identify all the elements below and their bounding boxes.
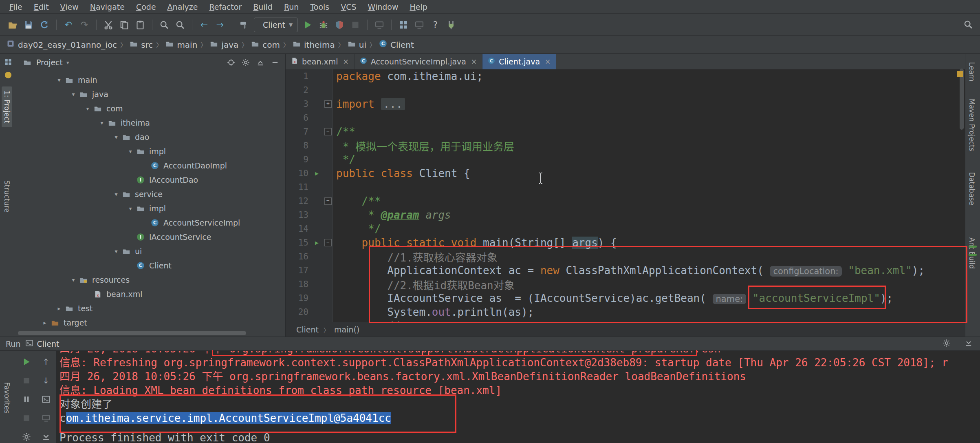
menu-tools[interactable]: Tools [305,2,335,12]
editor-breadcrumb-item[interactable]: main() [334,325,359,334]
run-tab-client[interactable]: Client [25,339,59,349]
console-line[interactable]: 对象创建了 [59,397,980,411]
chevron-down-icon[interactable]: ▾ [66,60,69,66]
tree-item-ui[interactable]: ▾ui [17,244,285,258]
menu-view[interactable]: View [55,2,84,12]
menu-refactor[interactable]: Refactor [204,2,247,12]
help-icon[interactable]: ? [429,19,441,31]
undo-icon[interactable]: ↶ [62,19,75,31]
menu-file[interactable]: File [4,2,28,12]
coverage-icon[interactable] [333,19,346,31]
breadcrumb-item-src[interactable]: src [130,40,153,50]
settings-icon[interactable] [20,431,33,443]
attach-icon[interactable] [413,19,425,31]
breadcrumb-item-day02_easy_01anno_ioc[interactable]: day02_easy_01anno_ioc [7,40,117,50]
stripe-project[interactable]: 1: Project [2,86,12,127]
breadcrumb-item-itheima[interactable]: itheima [293,40,335,50]
chevron-down-icon[interactable]: ▾ [125,205,136,212]
gear-icon[interactable] [943,339,951,349]
close-icon[interactable]: × [545,58,551,66]
menu-code[interactable]: Code [131,2,161,12]
chevron-down-icon[interactable]: ▾ [68,91,79,97]
fold-icon[interactable]: − [324,239,332,246]
synchronize-icon[interactable] [38,19,51,31]
debug-icon[interactable] [317,19,330,31]
chevron-down-icon[interactable]: ▾ [97,120,107,126]
chevron-down-icon[interactable]: ▾ [68,277,79,283]
code-area[interactable]: 1package com.itheima.ui;23+import ...67−… [286,69,965,322]
exit-icon[interactable] [20,412,33,424]
tab-bean.xml[interactable]: xbean.xml× [286,54,355,69]
tree-item-impl[interactable]: ▾impl [17,144,285,158]
chevron-down-icon[interactable]: ▾ [82,105,93,112]
cut-icon[interactable] [102,19,115,31]
replace-icon[interactable] [174,19,186,31]
run-gutter-icon[interactable]: ▶ [310,170,324,177]
tree-item-bean.xml[interactable]: xbean.xml [17,287,285,301]
fold-icon[interactable]: + [324,100,332,108]
console-line[interactable]: 信息: Refreshing org.springframework.conte… [59,356,980,370]
stripe-learn[interactable]: Learn [967,58,977,86]
menu-run[interactable]: Run [279,2,304,12]
tree-item-com[interactable]: ▾com [17,101,285,115]
build-icon[interactable] [238,19,250,31]
chevron-down-icon[interactable]: ▾ [54,77,64,83]
fold-icon[interactable]: − [324,197,332,205]
settings-icon[interactable] [240,57,251,68]
monitor-icon[interactable] [40,393,52,405]
save-all-icon[interactable] [22,19,35,31]
breadcrumb-item-com[interactable]: com [251,40,280,50]
tool-window-icon[interactable] [373,19,385,31]
breadcrumb-item-main[interactable]: main [165,40,197,50]
chevron-down-icon[interactable]: ▾ [111,134,121,140]
tool-windows-icon[interactable] [4,58,12,66]
stripe-favorites[interactable]: Favorites [2,378,12,418]
chevron-right-icon[interactable]: ▸ [40,319,50,326]
tree-item-IAccountService[interactable]: IIAccountService [17,230,285,244]
find-icon[interactable] [158,19,170,31]
clear-icon[interactable] [40,412,52,424]
stripe-mavenprojects[interactable]: Maven Projects [967,95,977,155]
console-line[interactable]: Process finished with exit code 0 [59,431,980,443]
menu-navigate[interactable]: Navigate [85,2,130,12]
tree-item-service[interactable]: ▾service [17,187,285,201]
tab-Client.java[interactable]: CClient.java× [482,54,556,69]
plugin-icon[interactable] [445,19,457,31]
editor-breadcrumb-item[interactable]: Client [296,325,319,334]
run-dashboard-icon[interactable] [397,19,410,31]
copy-icon[interactable] [118,19,130,31]
down-icon[interactable]: ↓ [40,374,52,387]
tree-item-dao[interactable]: ▾dao [17,130,285,144]
rerun-icon[interactable] [20,356,33,368]
stripe-antbuild[interactable]: Ant Build [967,233,977,273]
back-icon[interactable]: ← [198,19,210,31]
scroll-down-icon[interactable] [965,339,973,349]
search-everywhere-icon[interactable] [962,18,974,31]
up-icon[interactable]: ↑ [40,356,52,368]
menu-build[interactable]: Build [248,2,278,12]
tree-item-AccountServiceImpl[interactable]: CAccountServiceImpl [17,215,285,230]
paste-icon[interactable] [134,19,146,31]
chevron-down-icon[interactable]: ▾ [125,148,136,155]
fold-icon[interactable]: − [324,128,332,135]
breadcrumb-item-ui[interactable]: ui [348,40,366,50]
tree-item-Client[interactable]: CClient [17,258,285,272]
stop-icon[interactable] [349,19,361,31]
hide-icon[interactable] [270,57,280,68]
menu-window[interactable]: Window [363,2,404,12]
stripe-structure[interactable]: Structure [2,176,12,217]
tree-item-resources[interactable]: ▾resources [17,272,285,287]
editor-scrollbar[interactable] [960,69,964,130]
locate-icon[interactable] [226,57,236,68]
project-panel-title[interactable]: Project [36,58,63,67]
menu-help[interactable]: Help [404,2,432,12]
tree-item-itheima[interactable]: ▾itheima [17,115,285,130]
forward-icon[interactable]: → [214,19,226,31]
tree-item-impl[interactable]: ▾impl [17,201,285,215]
console-line[interactable]: com.itheima.service.impl.AccountServiceI… [59,411,980,425]
project-hscrollbar[interactable] [18,331,246,335]
tree-item-test[interactable]: ▸test [17,301,285,315]
collapse-icon[interactable] [255,57,266,68]
console-output[interactable]: 四月 26, 2018 10:05:26 下午 org.springframew… [56,351,980,443]
console-line[interactable]: 四月 26, 2018 10:05:26 下午 org.springframew… [59,370,980,383]
